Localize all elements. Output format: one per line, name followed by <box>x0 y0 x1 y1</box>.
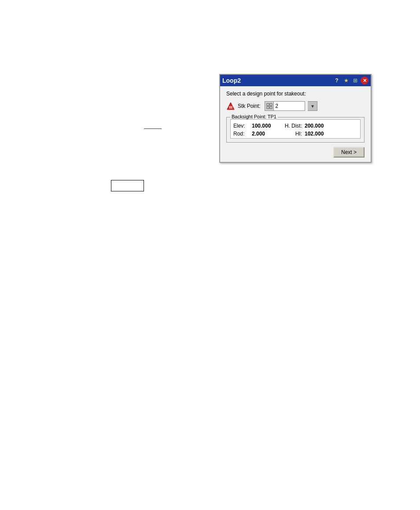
dialog-content: Select a design point for stakeout: Stk … <box>220 86 371 162</box>
stk-point-input[interactable] <box>274 102 305 110</box>
hi-label: HI: <box>280 131 305 137</box>
elev-value: 100.000 <box>252 123 280 129</box>
svg-rect-3 <box>229 106 232 109</box>
rod-value: 2.000 <box>252 131 280 137</box>
backsight-row-2: Rod: 2.000 HI: 102.000 <box>233 131 357 137</box>
dialog-title: Loop2 <box>222 77 241 84</box>
hdist-value: 200.000 <box>305 123 333 129</box>
svg-rect-7 <box>270 106 272 109</box>
stk-point-dropdown[interactable]: ▼ <box>308 101 317 111</box>
rod-label: Rod: <box>233 131 252 137</box>
hdist-label: H. Dist: <box>280 123 305 129</box>
help-icon[interactable]: ? <box>333 77 341 84</box>
background-line <box>144 128 162 129</box>
title-bar: Loop2 ? ★ ⊞ ✕ <box>220 75 371 86</box>
instruction-text: Select a design point for stakeout: <box>226 91 365 97</box>
backsight-group: Backsight Point: TP1 Elev: 100.000 H. Di… <box>226 117 365 143</box>
stk-point-row: Stk Point: ▼ <box>226 101 365 111</box>
pin-icon[interactable]: ★ <box>342 77 350 84</box>
backsight-values-box: Elev: 100.000 H. Dist: 200.000 Rod: 2.00… <box>230 119 361 139</box>
svg-rect-5 <box>270 103 272 106</box>
svg-rect-6 <box>267 106 269 109</box>
close-icon[interactable]: ✕ <box>361 77 368 84</box>
stk-point-input-wrapper <box>265 101 305 111</box>
stk-point-label: Stk Point: <box>238 103 260 109</box>
next-button[interactable]: Next > <box>333 147 365 158</box>
copy-icon[interactable]: ⊞ <box>351 77 359 84</box>
loop2-dialog: Loop2 ? ★ ⊞ ✕ Select a design point for … <box>219 74 372 163</box>
hi-value: 102.000 <box>305 131 333 137</box>
elev-label: Elev: <box>233 123 252 129</box>
stk-point-grid-icon[interactable] <box>265 102 274 110</box>
svg-rect-4 <box>267 103 269 106</box>
stk-point-icon <box>226 102 235 110</box>
backsight-row-1: Elev: 100.000 H. Dist: 200.000 <box>233 123 357 129</box>
background-rect <box>111 180 144 191</box>
backsight-legend: Backsight Point: TP1 <box>230 114 278 119</box>
title-bar-icons: ? ★ ⊞ ✕ <box>333 77 368 84</box>
